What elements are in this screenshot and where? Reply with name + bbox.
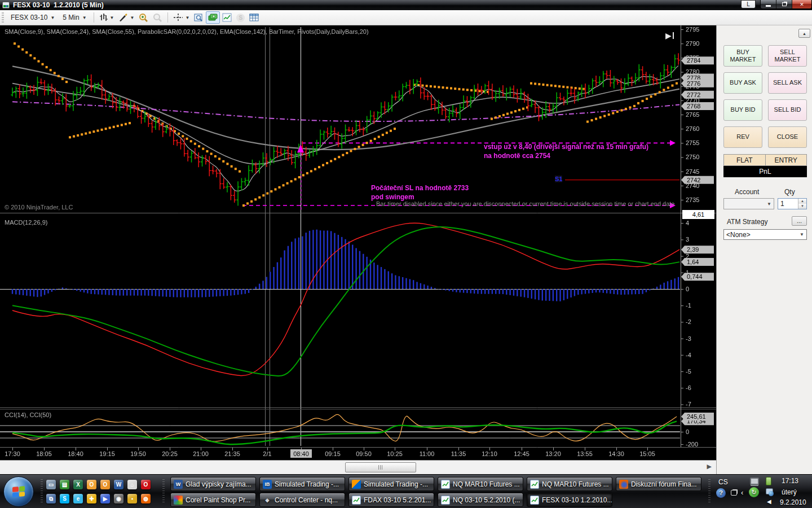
taskbar-button-simulated-trading-[interactable]: IBSimulated Trading -...: [259, 477, 345, 491]
chart-canvas[interactable]: [0, 25, 716, 460]
atm-options-button[interactable]: ...: [792, 216, 807, 226]
data-box-button[interactable]: [192, 11, 206, 24]
qty-value[interactable]: 1: [778, 199, 798, 209]
taskbar-button-label: Diskuzní fórum Fina...: [631, 480, 697, 488]
internet-explorer-icon[interactable]: e: [73, 494, 83, 503]
tray-clock[interactable]: 17:13: [782, 477, 798, 485]
outlook-icon[interactable]: O: [87, 480, 96, 489]
spin-down-icon[interactable]: ▼: [798, 204, 806, 209]
chart-area: SMA(Close,9), SMA(Close,24), SMA(Close,5…: [0, 25, 716, 474]
firefox-icon[interactable]: ◍: [141, 494, 151, 503]
pencil-icon: [118, 13, 128, 22]
taskbar-button-glad-v-pisky-zaj-ma-[interactable]: WGlad výpisky zajíma...: [170, 477, 256, 491]
window-icon[interactable]: [731, 490, 737, 496]
chart-trader-button[interactable]: [206, 11, 220, 24]
buy-bid-button[interactable]: BUY BID: [723, 99, 762, 121]
chevron-left-icon[interactable]: ‹: [741, 488, 743, 497]
word-icon[interactable]: W: [114, 480, 123, 489]
outlook2-icon[interactable]: O: [100, 480, 110, 489]
interval-label: 5 Min: [63, 14, 79, 21]
chart-hscrollbar[interactable]: ▶: [0, 460, 716, 474]
close-position-button[interactable]: CLOSE: [768, 126, 807, 148]
language-indicator[interactable]: CS: [718, 478, 728, 486]
restore-button[interactable]: [776, 0, 792, 8]
account-select[interactable]: ▼: [723, 198, 774, 209]
taskbar: ▭▤XOOW⌂O⧉Se✚▶◉▪◍ WGlad výpisky zajíma...…: [0, 474, 812, 508]
pnl-bar: PnL: [723, 166, 807, 177]
opera-icon[interactable]: O: [141, 480, 151, 489]
qty-stepper[interactable]: ▲▼: [798, 199, 806, 209]
diamond-icon: ◆: [263, 496, 272, 505]
qty-input[interactable]: 1 ▲▼: [778, 198, 807, 209]
show-desktop-icon[interactable]: ▭: [46, 480, 56, 489]
excel-icon[interactable]: X: [73, 480, 83, 489]
window-switcher-icon[interactable]: ⧉: [46, 494, 56, 503]
interval-selector[interactable]: 5 Min▼: [59, 12, 90, 23]
scrollbar-thumb[interactable]: [345, 462, 416, 472]
account-label: Account: [735, 188, 759, 196]
close-button[interactable]: ✕: [792, 0, 811, 8]
strategies-button[interactable]: S: [234, 12, 247, 24]
drawing-tools-button[interactable]: ▼: [116, 11, 136, 24]
zoom-out-button[interactable]: [151, 11, 165, 24]
taskbar-button-nq-03-10-5-2-2010-[interactable]: NQ 03-10 5.2.2010 (...: [438, 493, 523, 507]
taskbar-button-nq-mar10-futures-[interactable]: NQ MAR10 Futures ...: [438, 477, 523, 491]
atm-strategy-select[interactable]: <None>▼: [723, 229, 807, 240]
ntchart-icon: [441, 480, 450, 489]
sync-icon[interactable]: ↻: [749, 487, 759, 497]
chevron-down-icon: ▼: [130, 15, 134, 20]
strategy-icon: S: [236, 14, 245, 22]
restore-icon: [782, 2, 787, 6]
collapse-panel-button[interactable]: ▲: [798, 29, 810, 38]
atm-strategy-value: <None>: [726, 231, 751, 239]
crosshair-button[interactable]: ▼: [171, 11, 192, 24]
start-button[interactable]: [3, 476, 34, 507]
chart-style-button[interactable]: ▼: [97, 11, 117, 24]
monitor-icon[interactable]: [750, 478, 759, 485]
taskbar-button-nq-mar10-futures-[interactable]: NQ MAR10 Futures ...: [527, 477, 612, 491]
spin-up-icon[interactable]: ▲: [798, 199, 806, 204]
zoom-in-button[interactable]: [136, 11, 151, 24]
thumb-grip-icon: [378, 465, 383, 470]
globe-icon: [769, 491, 774, 496]
taskbar-button-corel-paint-shop-pr-[interactable]: Corel Paint Shop Pr...: [170, 493, 256, 507]
taskbar-row-2: Corel Paint Shop Pr...◆Control Center - …: [170, 493, 612, 507]
taskbar-button-simulated-trading-[interactable]: Simulated Trading -...: [348, 477, 434, 491]
photo-viewer-icon[interactable]: ◉: [114, 494, 123, 503]
help-icon[interactable]: ?: [716, 488, 726, 498]
scrollbar-right-arrow[interactable]: ▶: [707, 463, 712, 470]
homegroup-icon[interactable]: ⌂: [127, 480, 137, 489]
taskbar-button-fdax-03-10-5-2-201-[interactable]: FDAX 03-10 5.2.201...: [348, 493, 434, 507]
taskbar-button-control-center-nq-[interactable]: ◆Control Center - nq...: [259, 493, 345, 507]
instrument-label: FESX 03-10: [11, 14, 47, 21]
sell-ask-button[interactable]: SELL ASK: [768, 72, 807, 94]
power-plug-icon[interactable]: [766, 477, 771, 485]
taskbar-row-1: WGlad výpisky zajíma...IBSimulated Tradi…: [170, 477, 701, 491]
new-chart-button[interactable]: [220, 11, 234, 24]
window-titlebar[interactable]: FESX 03-10 1.2.2010 (5 Min) L ✕: [0, 0, 812, 10]
minimize-button[interactable]: [761, 0, 776, 8]
taskbar-button-label: FDAX 03-10 5.2.201...: [364, 496, 431, 504]
buy-ask-button[interactable]: BUY ASK: [723, 72, 762, 94]
buy-market-button[interactable]: BUY MARKET: [723, 45, 762, 67]
sell-bid-button[interactable]: SELL BID: [768, 99, 807, 121]
taskbar-button-diskuzn-f-rum-fina-[interactable]: Diskuzní fórum Fina...: [616, 477, 701, 491]
sell-market-button[interactable]: SELL MARKET: [768, 45, 807, 67]
system-tray: CS 17:13 ? ‹ ↻ úterý ◀ 9.2.2010: [712, 475, 812, 508]
taskbar-button-label: NQ MAR10 Futures ...: [542, 480, 609, 488]
instrument-selector[interactable]: FESX 03-10▼: [7, 12, 59, 23]
flat-button[interactable]: FLAT: [724, 155, 766, 165]
reverse-button[interactable]: REV: [723, 126, 762, 148]
taskbar-button-fesx-03-10-1-2-2010-[interactable]: FESX 03-10 1.2.2010...: [527, 493, 612, 507]
bars-icon: [99, 13, 108, 22]
data-grid-button[interactable]: [247, 11, 261, 24]
entry-button[interactable]: ENTRY: [766, 155, 807, 165]
language-button[interactable]: L: [741, 0, 756, 8]
speaker-icon[interactable]: ◀: [767, 498, 771, 505]
toolbar-grip[interactable]: [2, 12, 4, 23]
lock-icon[interactable]: ▪: [127, 494, 137, 503]
media-player-icon[interactable]: ▶: [100, 494, 110, 503]
notes-icon[interactable]: ▤: [60, 480, 69, 489]
downloader-icon[interactable]: ✚: [87, 494, 96, 503]
skype-icon[interactable]: S: [60, 494, 69, 503]
